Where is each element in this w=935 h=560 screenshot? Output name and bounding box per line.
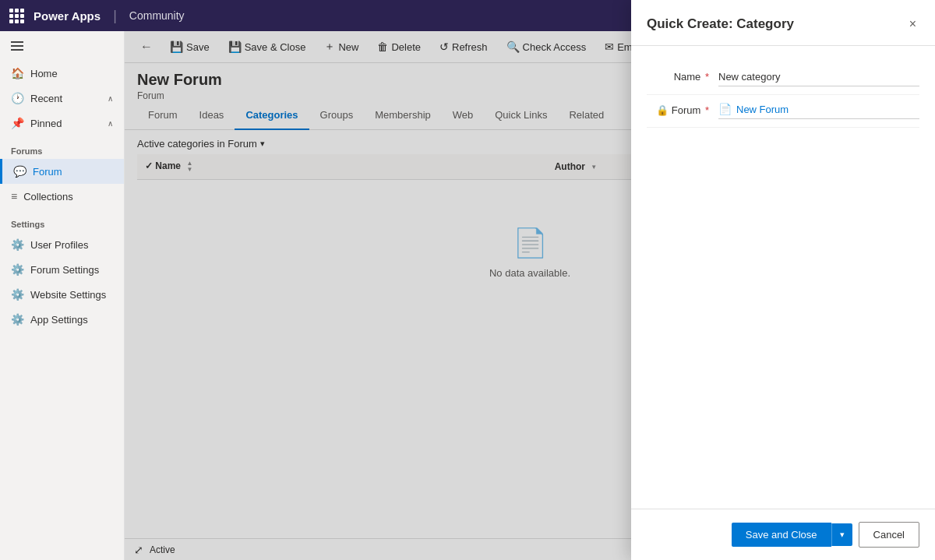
sidebar-item-app-settings[interactable]: ⚙️ App Settings — [0, 307, 124, 332]
settings-group-label: Settings — [0, 209, 124, 232]
qc-label-forum: 🔒 Forum * — [647, 103, 709, 116]
forum-settings-icon: ⚙️ — [11, 263, 24, 276]
save-close-icon: 💾 — [228, 41, 242, 53]
pinned-icon: 📌 — [11, 117, 24, 129]
quick-create-header: Quick Create: Category × — [631, 0, 935, 46]
tab-forum[interactable]: Forum — [137, 101, 189, 130]
forum-icon: 💬 — [13, 165, 26, 178]
recent-icon: 🕐 — [11, 92, 24, 104]
sidebar-item-home[interactable]: 🏠 Home — [0, 61, 124, 86]
delete-icon: 🗑 — [377, 41, 388, 53]
delete-button[interactable]: 🗑 Delete — [369, 37, 429, 57]
sidebar-item-website-settings[interactable]: ⚙️ Website Settings — [0, 282, 124, 307]
author-sort-icons[interactable]: ▼ — [591, 164, 597, 171]
sort-desc-icon: ▼ — [186, 167, 192, 173]
save-close-button[interactable]: 💾 Save & Close — [221, 37, 314, 57]
quick-create-footer: Save and Close ▾ Cancel — [631, 509, 935, 560]
sidebar-item-forum-settings[interactable]: ⚙️ Forum Settings — [0, 257, 124, 282]
empty-state-message: No data available. — [489, 267, 570, 279]
col-select-check: ✓ — [145, 160, 153, 171]
lock-icon: 🔒 — [656, 104, 669, 116]
forum-record-icon: 📄 — [718, 103, 732, 115]
app-name: Power Apps — [34, 9, 101, 23]
sidebar-item-forum[interactable]: 💬 Forum — [0, 159, 124, 184]
empty-state-icon: 📄 — [513, 227, 548, 259]
save-and-close-button[interactable]: Save and Close — [732, 523, 831, 547]
save-button[interactable]: 💾 Save — [162, 37, 217, 57]
save-dropdown-button[interactable]: ▾ — [831, 523, 852, 546]
col-header-name[interactable]: ✓ Name ▲ ▼ — [137, 154, 547, 180]
sidebar-item-pinned[interactable]: 📌 Pinned ∧ — [0, 111, 124, 136]
quick-create-title: Quick Create: Category — [647, 16, 794, 32]
nav-separator: | — [113, 8, 117, 24]
hamburger-menu[interactable] — [0, 31, 124, 61]
tab-web[interactable]: Web — [442, 101, 485, 130]
back-button[interactable]: ← — [134, 36, 159, 58]
new-icon: ＋ — [324, 40, 335, 54]
name-sort-icons[interactable]: ▲ ▼ — [186, 160, 192, 173]
qc-value-name[interactable] — [718, 69, 919, 86]
refresh-button[interactable]: ↺ Refresh — [432, 37, 496, 57]
email-icon: ✉ — [605, 41, 614, 53]
nav-section: Community — [129, 9, 185, 22]
sidebar: 🏠 Home 🕐 Recent ∧ 📌 Pinned ∧ Forums 💬 Fo… — [0, 31, 125, 560]
status-expand-icon: ⤢ — [134, 544, 143, 556]
apps-icon[interactable] — [9, 9, 24, 23]
tab-quicklinks[interactable]: Quick Links — [484, 101, 558, 130]
quick-create-panel: Quick Create: Category × Name * 🔒 Forum … — [631, 0, 935, 560]
forum-required-indicator: * — [705, 104, 709, 116]
qc-label-name: Name * — [647, 69, 709, 83]
sidebar-item-user-profiles[interactable]: ⚙️ User Profiles — [0, 232, 124, 257]
website-settings-icon: ⚙️ — [11, 288, 24, 301]
qc-field-forum: 🔒 Forum * 📄 New Forum — [647, 95, 919, 128]
new-button[interactable]: ＋ New — [316, 36, 366, 58]
sidebar-item-recent[interactable]: 🕐 Recent ∧ — [0, 86, 124, 111]
author-sort-desc-icon: ▼ — [591, 164, 597, 171]
home-icon: 🏠 — [11, 67, 24, 79]
quick-create-body: Name * 🔒 Forum * 📄 New Forum — [631, 46, 935, 509]
forums-group-label: Forums — [0, 136, 124, 159]
tab-groups[interactable]: Groups — [309, 101, 365, 130]
forum-link[interactable]: New Forum — [736, 104, 789, 115]
filter-dropdown-icon: ▾ — [260, 139, 265, 149]
table-filter-button[interactable]: Active categories in Forum ▾ — [137, 138, 265, 150]
recent-expand-icon: ∧ — [108, 94, 113, 103]
tab-related[interactable]: Related — [558, 101, 615, 130]
save-icon: 💾 — [170, 41, 183, 53]
refresh-icon: ↺ — [439, 41, 449, 53]
tab-ideas[interactable]: Ideas — [189, 101, 235, 130]
pinned-expand-icon: ∧ — [108, 119, 113, 128]
sidebar-item-collections[interactable]: ≡ Collections — [0, 184, 124, 209]
name-required-indicator: * — [705, 71, 709, 83]
user-profiles-icon: ⚙️ — [11, 238, 24, 251]
name-input[interactable] — [718, 71, 919, 83]
quick-create-close-button[interactable]: × — [906, 14, 919, 34]
app-settings-icon: ⚙️ — [11, 313, 24, 326]
status-label: Active — [150, 544, 175, 555]
tab-categories[interactable]: Categories — [235, 101, 309, 130]
qc-forum-value: 📄 New Forum — [718, 103, 919, 119]
check-access-button[interactable]: 🔍 Check Access — [499, 37, 595, 57]
cancel-button[interactable]: Cancel — [859, 522, 919, 548]
check-access-icon: 🔍 — [506, 41, 520, 53]
qc-field-name: Name * — [647, 62, 919, 95]
tab-membership[interactable]: Membership — [364, 101, 442, 130]
collections-icon: ≡ — [11, 190, 17, 203]
